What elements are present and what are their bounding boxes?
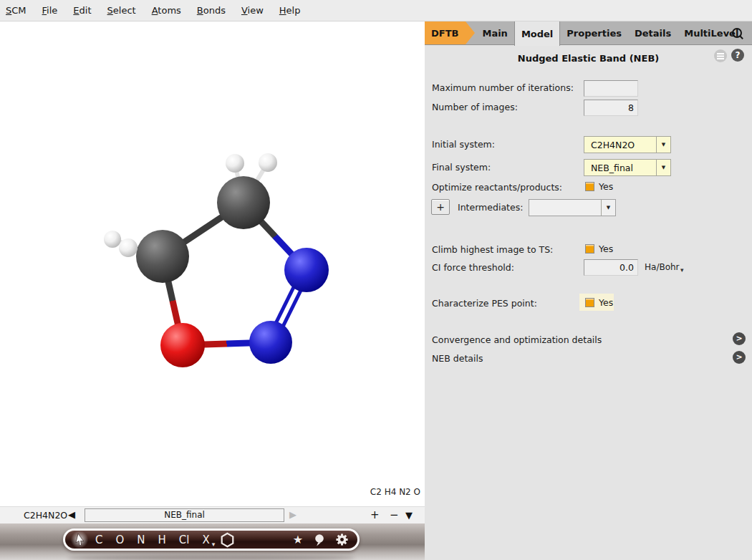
balloon-tool-icon[interactable] (314, 534, 325, 546)
element-c-button[interactable]: C (95, 534, 102, 546)
menu-help[interactable]: Help (271, 5, 309, 16)
panel-content: Nudged Elastic Band (NEB) Maximum number… (425, 45, 752, 560)
gear-icon[interactable] (335, 533, 349, 546)
prev-system-icon[interactable] (68, 509, 75, 520)
remove-system-icon[interactable] (390, 508, 399, 521)
menu-bar: SCM File Edit Select Atoms Bonds View He… (0, 0, 752, 21)
menu-view[interactable]: View (233, 5, 271, 16)
menu-bonds[interactable]: Bonds (189, 5, 233, 16)
atom-H[interactable] (259, 153, 277, 172)
atom-H[interactable] (119, 238, 138, 257)
neb-details-chevron-icon[interactable] (733, 351, 746, 364)
current-system-field[interactable]: NEB_final (85, 508, 284, 522)
help-icon[interactable] (731, 49, 744, 62)
next-system-icon (289, 509, 297, 520)
tab-properties[interactable]: Properties (560, 21, 628, 44)
tab-main[interactable]: Main (476, 21, 514, 44)
element-x-caret-icon[interactable] (212, 536, 216, 549)
tab-model[interactable]: Model (514, 21, 560, 46)
atom-H[interactable] (104, 231, 121, 248)
system-name-label: C2H4N2O (24, 510, 67, 521)
climb-highest-value: Yes (599, 243, 613, 254)
characterize-pes-checkbox[interactable] (585, 298, 594, 307)
add-system-icon[interactable] (370, 508, 380, 521)
element-toolbar: C O N H Cl X (63, 528, 360, 551)
initial-system-dropdown[interactable]: C2H4N2O (584, 136, 671, 153)
optimize-reactants-checkbox[interactable] (585, 182, 594, 191)
system-menu-caret-icon[interactable] (405, 510, 413, 521)
max-iterations-label: Maximum number of iterations: (432, 82, 574, 94)
structure-tool-icon[interactable] (220, 532, 235, 548)
element-n-button[interactable]: N (137, 534, 145, 546)
climb-highest-checkbox[interactable] (585, 244, 594, 254)
toolbar-reflection (67, 555, 355, 560)
optimize-reactants-value: Yes (599, 181, 613, 192)
element-h-button[interactable]: H (158, 534, 166, 546)
search-icon[interactable] (731, 27, 744, 40)
element-o-button[interactable]: O (115, 534, 124, 546)
convergence-details-chevron-icon[interactable] (733, 332, 746, 345)
add-intermediate-button[interactable] (431, 199, 450, 215)
climb-highest-label: Climb highest image to TS: (432, 244, 553, 256)
input-panel: DFTB Main Model Properties Details Multi… (425, 21, 752, 560)
ams-input-window: SCM File Edit Select Atoms Bonds View He… (0, 0, 752, 560)
ci-force-threshold-input[interactable] (584, 259, 638, 276)
menu-atoms[interactable]: Atoms (144, 5, 189, 16)
chevron-down-icon[interactable] (656, 137, 670, 153)
atom-C[interactable] (217, 176, 270, 229)
element-x-button[interactable]: X (202, 534, 209, 546)
atom-O[interactable] (160, 323, 205, 367)
intermediates-label: Intermediates: (458, 202, 523, 213)
atom-C[interactable] (136, 230, 189, 283)
favorites-star-icon[interactable] (293, 533, 303, 546)
molecule-canvas[interactable] (0, 21, 425, 506)
atom-N[interactable] (249, 321, 292, 364)
tab-details[interactable]: Details (628, 21, 678, 44)
intermediates-dropdown[interactable] (529, 199, 616, 216)
menu-scm[interactable]: SCM (0, 5, 34, 16)
tab-bar: DFTB Main Model Properties Details Multi… (425, 21, 752, 45)
convergence-details-link[interactable]: Convergence and optimization details (432, 334, 602, 345)
viewer-bottom-bar: C2H4N2O NEB_final (0, 506, 425, 523)
characterize-pes-value: Yes (599, 297, 613, 308)
initial-system-label: Initial system: (432, 139, 495, 150)
panel-title: Nudged Elastic Band (NEB) (425, 53, 752, 64)
menu-select[interactable]: Select (100, 5, 144, 16)
menu-edit[interactable]: Edit (65, 5, 99, 16)
max-iterations-input[interactable] (584, 80, 638, 97)
characterize-pes-label: Characterize PES point: (432, 298, 537, 309)
final-system-dropdown[interactable]: NEB_final (584, 159, 671, 176)
atom-N[interactable] (284, 248, 329, 292)
ci-force-threshold-label: CI force threshold: (432, 262, 514, 274)
toolbar-strip: C O N H Cl X (0, 523, 425, 560)
cursor-tool-icon[interactable] (70, 531, 89, 549)
chevron-down-icon[interactable] (601, 200, 615, 216)
neb-details-link[interactable]: NEB details (432, 353, 483, 364)
menu-file[interactable]: File (34, 5, 66, 16)
optimize-reactants-label: Optimize reactants/products: (432, 182, 562, 193)
element-cl-button[interactable]: Cl (179, 534, 190, 546)
panel-menu-icon[interactable] (714, 49, 727, 62)
chevron-down-icon[interactable] (656, 160, 670, 175)
atom-H[interactable] (226, 154, 244, 173)
molecule-viewer[interactable]: C2 H4 N2 O (0, 21, 425, 506)
tab-dftb[interactable]: DFTB (425, 21, 466, 44)
final-system-value: NEB_final (584, 160, 656, 175)
molecular-formula: C2 H4 N2 O (370, 487, 420, 497)
intermediates-value (529, 200, 601, 216)
num-images-label: Number of images: (432, 102, 518, 113)
initial-system-value: C2H4N2O (584, 137, 656, 153)
ci-force-threshold-unit[interactable]: Ha/Bohr (645, 262, 680, 272)
unit-dropdown-caret-icon[interactable] (680, 261, 684, 275)
final-system-label: Final system: (432, 162, 491, 173)
num-images-input[interactable] (584, 100, 638, 116)
